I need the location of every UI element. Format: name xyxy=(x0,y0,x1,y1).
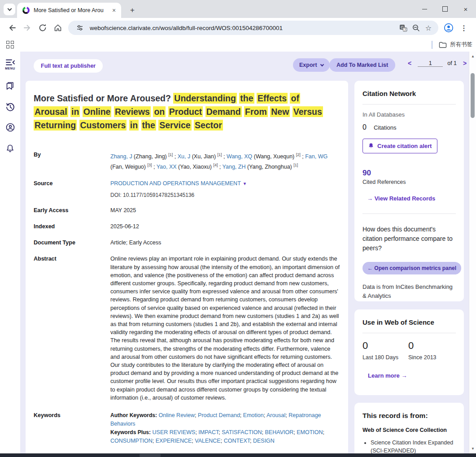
title-highlight-word: Versus xyxy=(293,106,323,117)
bell-icon xyxy=(5,144,15,154)
author-affiliation-sup: [2] xyxy=(296,152,301,157)
source-link[interactable]: PRODUCTION AND OPERATIONS MANAGEMENT xyxy=(110,180,241,187)
page-number-input[interactable] xyxy=(418,60,443,67)
keyword-link[interactable]: CONSUMPTION xyxy=(110,438,153,444)
previous-record-icon[interactable]: < xyxy=(406,60,413,67)
home-icon[interactable] xyxy=(50,20,66,35)
author-link[interactable]: Xu, J xyxy=(178,153,191,160)
keyword-link[interactable]: IMPACT xyxy=(198,429,218,435)
indexed-value: 2025-06-12 xyxy=(110,222,340,231)
notifications-button[interactable] xyxy=(0,144,20,154)
person-icon xyxy=(5,122,15,132)
all-bookmarks-label: 所有书签 xyxy=(450,41,472,48)
author-affiliation-sup: [1] xyxy=(168,152,173,157)
keywords-label: Keywords xyxy=(34,411,110,445)
scroll-up-icon[interactable]: ▲ xyxy=(469,54,476,58)
title-highlight-word: on xyxy=(153,106,166,117)
scroll-down-icon[interactable]: ▼ xyxy=(469,447,476,451)
peer-comparison-question: How does this document's citation perfor… xyxy=(362,225,456,253)
reload-icon[interactable] xyxy=(35,20,50,35)
site-info-icon[interactable] xyxy=(74,22,86,34)
author-link[interactable]: Wang, XQ xyxy=(227,153,252,160)
record-card: More Satisfied or More Aroused? Understa… xyxy=(26,81,348,453)
citations-label: Citations xyxy=(374,124,397,131)
view-related-records-link[interactable]: → View Related Records xyxy=(367,195,456,202)
researcher-profile-button[interactable] xyxy=(0,122,20,132)
tab-search-button[interactable] xyxy=(4,4,15,15)
cited-references-count[interactable]: 90 xyxy=(362,169,456,178)
new-tab-button[interactable]: + xyxy=(127,4,138,16)
browser-window: More Satisfied or More Arou × + × webofs… xyxy=(0,0,476,457)
export-button[interactable]: Export xyxy=(293,58,330,72)
marked-list-button[interactable] xyxy=(0,81,20,91)
tab-title: More Satisfied or More Arou xyxy=(34,7,110,13)
title-highlight-word: Demand xyxy=(205,106,242,117)
author-link[interactable]: Yang, ZH xyxy=(223,164,246,170)
keyword-link[interactable]: EMOTION xyxy=(297,429,323,435)
record-from-card: This record is from: Web of Science Core… xyxy=(354,403,464,453)
divider xyxy=(362,333,456,333)
url-text[interactable]: webofscience.clarivate.cn/wos/alldb/full… xyxy=(90,25,397,31)
keyword-link[interactable]: USER REVIEWS xyxy=(153,429,196,435)
keyword-link[interactable]: Online Review xyxy=(159,412,195,418)
author-link[interactable]: Yao, XX xyxy=(157,164,177,170)
title-highlight-word: Understanding xyxy=(173,93,237,104)
keyword-link[interactable]: SATISFACTION xyxy=(222,429,262,435)
keyword-link[interactable]: Arousal xyxy=(266,412,285,418)
svg-text:文: 文 xyxy=(404,27,407,31)
author-link[interactable]: Fan, WG xyxy=(305,153,328,160)
zoom-out-icon[interactable] xyxy=(410,22,422,34)
keyword-link[interactable]: VALENCE xyxy=(195,438,220,444)
keyword-link[interactable]: CONTEXT xyxy=(224,438,250,444)
back-icon[interactable] xyxy=(4,20,20,35)
title-highlight-word: Arousal xyxy=(34,106,68,117)
next-record-icon[interactable]: > xyxy=(461,60,468,67)
page-scrollbar[interactable]: ▲ ▼ xyxy=(469,52,476,453)
open-comparison-metrics-button[interactable]: ← Open comparison metrics panel xyxy=(362,262,461,274)
forward-icon[interactable] xyxy=(20,20,35,35)
keyword-link[interactable]: Product Demand xyxy=(198,412,240,418)
profile-avatar[interactable] xyxy=(441,20,456,35)
bookmark-star-icon[interactable]: ☆ xyxy=(422,22,435,34)
usage-since-2013-label: Since 2013 xyxy=(408,354,454,361)
author-affiliation-sup: [1] xyxy=(218,152,222,157)
authors-line: Zhang, J (Zhang, Jing) [1] ; Xu, J (Xu, … xyxy=(110,151,340,171)
usage-card: Use in Web of Science 0 Last 180 Days 0 … xyxy=(354,309,464,395)
in-all-databases-label: In All Databases xyxy=(362,111,456,118)
scrollbar-thumb[interactable] xyxy=(471,73,475,118)
title-highlight-word: the xyxy=(141,120,156,131)
browser-toolbar: webofscience.clarivate.cn/wos/alldb/full… xyxy=(0,18,476,38)
create-citation-alert-button[interactable]: Create citation alert xyxy=(362,139,437,153)
close-window-button[interactable]: × xyxy=(455,0,476,18)
minimize-button[interactable] xyxy=(414,0,435,18)
title-highlight-word: New xyxy=(270,106,290,117)
add-to-marked-list-button[interactable]: Add To Marked List xyxy=(329,58,395,72)
tab-close-icon[interactable]: × xyxy=(110,7,118,14)
taskbar xyxy=(0,453,476,457)
tab-strip: More Satisfied or More Arou × + × xyxy=(0,0,476,18)
translate-icon[interactable]: G文 xyxy=(397,22,410,34)
indexed-label: Indexed xyxy=(34,222,110,231)
maximize-button[interactable] xyxy=(435,0,455,18)
author-link[interactable]: Zhang, J xyxy=(110,153,132,160)
history-button[interactable] xyxy=(0,102,20,112)
url-bar[interactable]: webofscience.clarivate.cn/wos/alldb/full… xyxy=(68,21,438,35)
apps-grid-icon[interactable] xyxy=(6,41,14,48)
keyword-link[interactable]: DESIGN xyxy=(253,438,275,444)
folder-icon xyxy=(439,41,447,48)
browser-tab[interactable]: More Satisfied or More Arou × xyxy=(17,3,121,18)
browser-menu-icon[interactable]: ⋮ xyxy=(456,20,472,35)
keyword-link[interactable]: Emotion xyxy=(243,412,264,418)
title-highlight-word: in xyxy=(70,106,80,117)
full-text-button[interactable]: Full text at publisher xyxy=(34,59,103,73)
by-label: By xyxy=(34,151,110,171)
title-highlight-word: the xyxy=(239,93,254,104)
all-bookmarks-button[interactable]: 所有书签 xyxy=(432,39,472,50)
keyword-link[interactable]: BEHAVIOR xyxy=(265,429,294,435)
keyword-link[interactable]: EXPERIENCE xyxy=(156,438,192,444)
source-caret-icon[interactable]: ▾ xyxy=(244,181,246,186)
citation-network-card: Citation Network In All Databases 0 Cita… xyxy=(354,81,464,301)
learn-more-link[interactable]: Learn more → xyxy=(368,372,456,379)
usage-last-180-label: Last 180 Days xyxy=(362,354,408,361)
marked-list-icon xyxy=(5,81,15,91)
